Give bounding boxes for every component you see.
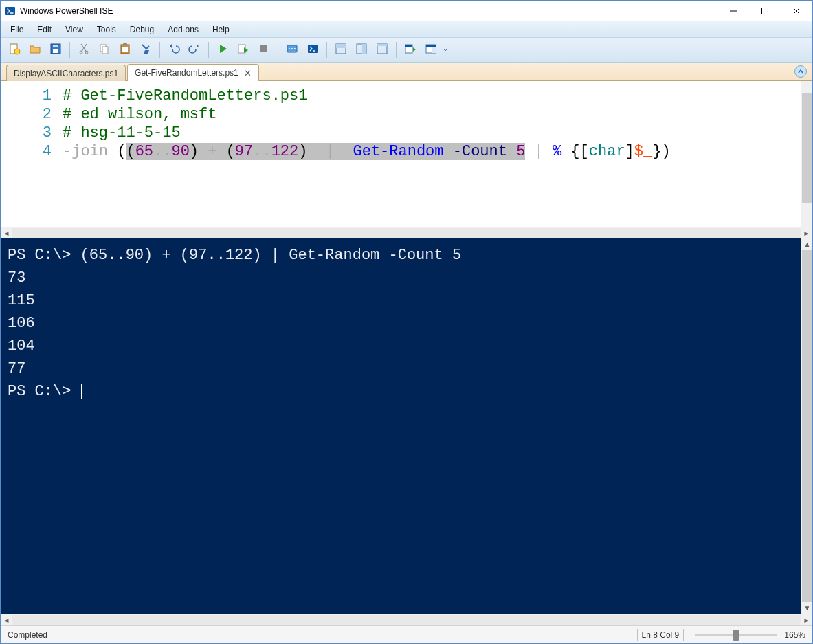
run-selection-icon [237, 43, 249, 57]
close-tab-icon[interactable]: ✕ [244, 69, 252, 78]
svg-rect-2 [762, 8, 768, 14]
menu-file[interactable]: File [3, 23, 30, 36]
expand-script-pane-button[interactable] [794, 65, 807, 78]
editor-vertical-scrollbar[interactable] [801, 81, 812, 227]
menu-addons[interactable]: Add-ons [161, 23, 205, 36]
menu-view[interactable]: View [58, 23, 90, 36]
scroll-down-arrow-icon[interactable]: ▼ [801, 602, 813, 614]
file-tab[interactable]: DisplayASCIICharacters.ps1 [6, 65, 126, 81]
svg-point-6 [14, 49, 20, 54]
undo-button[interactable] [164, 41, 183, 60]
show-script-top-button[interactable] [331, 41, 350, 60]
remote-powershell-button[interactable] [282, 41, 302, 60]
line-number: 4 [1, 142, 52, 161]
new-file-button[interactable] [5, 41, 24, 60]
stop-button[interactable] [254, 41, 274, 60]
copy-button[interactable] [95, 41, 114, 60]
tab-label: Get-FiveRandomLetters.ps1 [135, 68, 238, 78]
svg-point-22 [294, 48, 296, 49]
svg-rect-33 [426, 45, 436, 47]
code-line[interactable]: -join ((65..90) + (97..122) | Get-Random… [63, 142, 801, 161]
console-line: 104 [8, 335, 794, 357]
console-line: PS C:\> (65..90) + (97..122) | Get-Rando… [8, 244, 794, 267]
cursor-position: Ln 8 Col 9 [642, 630, 680, 640]
cut-button[interactable] [74, 41, 93, 60]
console-line: 115 [8, 289, 794, 312]
show-command-addon-icon [425, 43, 437, 57]
remote-powershell-icon [286, 43, 298, 57]
script-pane: 1234 # Get-FiveRandomLetters.ps1# ed wil… [1, 81, 812, 238]
menu-tools[interactable]: Tools [90, 23, 123, 36]
tabstrip: DisplayASCIICharacters.ps1Get-FiveRandom… [1, 63, 812, 81]
show-command-addon-button[interactable] [421, 41, 441, 60]
statusbar: Completed Ln 8 Col 9 165% [1, 625, 812, 643]
redo-icon [188, 43, 201, 57]
save-file-button[interactable] [46, 41, 65, 60]
window-title: Windows PowerShell ISE [20, 6, 717, 16]
code-editor[interactable]: 1234 # Get-FiveRandomLetters.ps1# ed wil… [1, 81, 812, 227]
menu-debug[interactable]: Debug [123, 23, 161, 36]
powershell-console-button[interactable] [303, 41, 322, 60]
save-file-icon [49, 43, 62, 57]
svg-rect-31 [405, 45, 412, 47]
redo-button[interactable] [185, 41, 204, 60]
menubar: FileEditViewToolsDebugAdd-onsHelp [1, 21, 812, 38]
console-line: PS C:\> [8, 380, 794, 403]
console-line: 77 [8, 357, 794, 380]
line-number: 1 [1, 87, 52, 105]
svg-point-20 [289, 48, 290, 49]
show-script-max-button[interactable] [372, 41, 392, 60]
copy-icon [98, 43, 111, 57]
app-icon [5, 5, 16, 16]
run-selection-button[interactable] [234, 41, 253, 60]
menu-edit[interactable]: Edit [30, 23, 58, 36]
cut-icon [78, 43, 90, 57]
svg-rect-15 [123, 43, 127, 45]
new-file-icon [8, 43, 21, 57]
open-file-icon [29, 43, 41, 57]
scroll-left-arrow-icon[interactable]: ◄ [1, 614, 12, 626]
svg-rect-27 [362, 44, 366, 54]
code-content[interactable]: # Get-FiveRandomLetters.ps1# ed wilson, … [63, 81, 801, 227]
editor-horizontal-scrollbar[interactable]: ◄ ► [1, 227, 812, 238]
close-button[interactable] [781, 1, 812, 21]
minimize-button[interactable] [717, 1, 749, 21]
open-file-button[interactable] [25, 41, 45, 60]
window-controls [717, 1, 812, 21]
line-number: 2 [1, 105, 52, 124]
stop-icon [258, 43, 270, 57]
toolbar-overflow-button[interactable] [442, 47, 449, 53]
paste-button[interactable] [115, 41, 135, 60]
svg-rect-13 [102, 47, 108, 54]
svg-rect-29 [377, 44, 387, 46]
svg-rect-9 [53, 45, 58, 47]
line-number-gutter: 1234 [1, 81, 63, 227]
scroll-right-arrow-icon[interactable]: ► [801, 614, 812, 626]
svg-rect-34 [432, 47, 436, 53]
file-tab[interactable]: Get-FiveRandomLetters.ps1✕ [127, 64, 259, 81]
console-vertical-scrollbar[interactable]: ▲ ▼ [801, 238, 812, 614]
code-line[interactable]: # Get-FiveRandomLetters.ps1 [63, 87, 801, 105]
zoom-slider[interactable] [695, 634, 777, 636]
menu-help[interactable]: Help [205, 23, 236, 36]
code-line[interactable]: # hsg-11-5-15 [63, 124, 801, 142]
console-line: 73 [8, 267, 794, 289]
console-horizontal-scrollbar[interactable]: ◄ ► [1, 614, 812, 625]
code-line[interactable]: # ed wilson, msft [63, 105, 801, 124]
clear-button[interactable] [136, 41, 155, 60]
run-script-button[interactable] [213, 41, 232, 60]
svg-rect-16 [122, 47, 128, 52]
toolbar-separator [208, 42, 209, 58]
show-command-icon [404, 43, 416, 57]
scroll-up-arrow-icon[interactable]: ▲ [801, 238, 813, 250]
maximize-button[interactable] [749, 1, 781, 21]
show-command-button[interactable] [401, 41, 420, 60]
scroll-right-arrow-icon[interactable]: ► [801, 227, 812, 239]
svg-rect-0 [5, 7, 15, 15]
scroll-left-arrow-icon[interactable]: ◄ [1, 227, 12, 239]
svg-rect-8 [53, 49, 58, 53]
toolbar-separator [326, 42, 327, 58]
console-pane[interactable]: PS C:\> (65..90) + (97..122) | Get-Rando… [1, 238, 801, 614]
svg-rect-23 [308, 45, 318, 53]
show-script-right-button[interactable] [352, 41, 371, 60]
